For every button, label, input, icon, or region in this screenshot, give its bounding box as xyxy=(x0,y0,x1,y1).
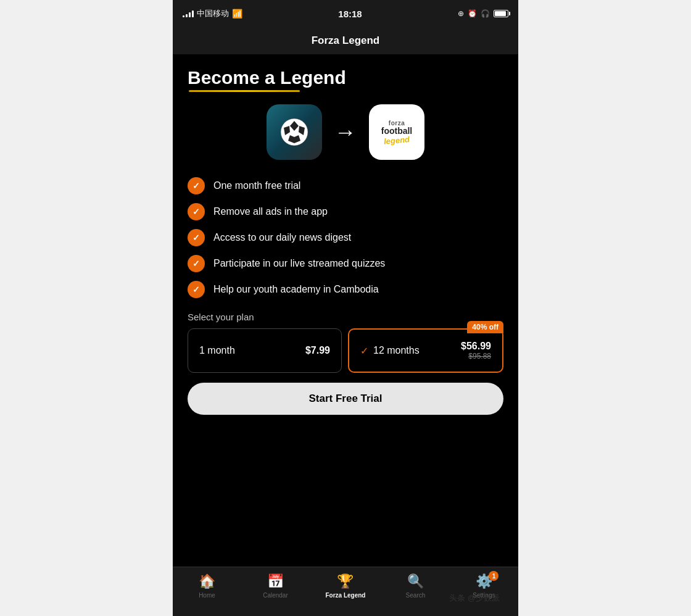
feature-text-2: Access to our daily news digest xyxy=(213,232,351,243)
headphone-icon: 🎧 xyxy=(481,9,490,18)
football-app-icon xyxy=(267,104,322,160)
check-circle-2: ✓ xyxy=(188,229,205,246)
nav-title: Forza Legend xyxy=(312,35,380,47)
carrier-name: 中国移动 xyxy=(197,8,229,19)
plan-annual-original-price: $95.88 xyxy=(468,352,491,360)
headline-underline xyxy=(189,90,300,92)
football-ball-svg xyxy=(276,114,313,151)
plan-card-monthly[interactable]: 1 month $7.99 xyxy=(188,328,342,373)
headline: Become a Legend xyxy=(188,67,503,89)
watermark: 头条 @少数派 xyxy=(449,593,500,604)
phone-frame: 中国移动 📶 18:18 ⊕ ⏰ 🎧 Forza Legend Become a… xyxy=(173,0,518,616)
calendar-icon: 📅 xyxy=(267,573,284,589)
features-list: ✓ One month free trial ✓ Remove all ads … xyxy=(188,177,503,298)
feature-text-0: One month free trial xyxy=(213,180,300,191)
feature-item-2: ✓ Access to our daily news digest xyxy=(188,229,503,246)
search-icon: 🔍 xyxy=(407,573,424,589)
check-circle-1: ✓ xyxy=(188,203,205,220)
feature-item-1: ✓ Remove all ads in the app xyxy=(188,203,503,220)
tab-calendar[interactable]: 📅 Calendar xyxy=(257,573,294,599)
main-content: Become a Legend → forza xyxy=(173,54,518,567)
tab-forza[interactable]: 🏆 Forza Legend xyxy=(325,573,365,599)
status-bar-right: ⊕ ⏰ 🎧 xyxy=(458,9,508,18)
tab-home-label: Home xyxy=(199,592,215,599)
tab-search-label: Search xyxy=(406,592,426,599)
app-icons-row: → forza football legend xyxy=(188,104,503,160)
plan-card-annual[interactable]: 40% off ✓ 12 months $56.99 $95.88 xyxy=(348,328,503,373)
wifi-icon: 📶 xyxy=(232,9,242,19)
plan-monthly-price: $7.99 xyxy=(305,345,330,356)
cta-area: Start Free Trial xyxy=(188,383,503,417)
feature-item-0: ✓ One month free trial xyxy=(188,177,503,194)
tab-bar: 🏠 Home 📅 Calendar 🏆 Forza Legend 🔍 Searc… xyxy=(173,567,518,616)
alarm-icon: ⏰ xyxy=(468,9,477,18)
home-icon: 🏠 xyxy=(199,573,215,589)
select-plan-label: Select your plan xyxy=(188,312,503,322)
plan-annual-price-group: $56.99 $95.88 xyxy=(461,341,491,360)
tab-calendar-label: Calendar xyxy=(263,592,288,599)
tab-search[interactable]: 🔍 Search xyxy=(397,573,434,599)
signal-icon xyxy=(183,10,194,17)
tab-home[interactable]: 🏠 Home xyxy=(188,573,225,599)
settings-badge: 1 xyxy=(489,571,499,581)
check-circle-0: ✓ xyxy=(188,177,205,194)
battery-icon xyxy=(494,10,508,17)
status-bar-left: 中国移动 📶 xyxy=(183,8,242,19)
discount-badge: 40% off xyxy=(467,321,503,333)
status-time: 18:18 xyxy=(338,9,362,19)
plan-check-icon: ✓ xyxy=(360,345,368,357)
plan-annual-label: 12 months xyxy=(373,345,420,356)
check-circle-4: ✓ xyxy=(188,281,205,298)
plan-monthly-label: 1 month xyxy=(199,345,235,356)
feature-item-3: ✓ Participate in our live streamed quizz… xyxy=(188,255,503,272)
feature-item-4: ✓ Help our youth academy in Cambodia xyxy=(188,281,503,298)
check-circle-3: ✓ xyxy=(188,255,205,272)
feature-text-4: Help our youth academy in Cambodia xyxy=(213,284,379,295)
trophy-icon: 🏆 xyxy=(337,573,354,589)
tab-forza-label: Forza Legend xyxy=(325,592,365,599)
navigation-bar: Forza Legend xyxy=(173,27,518,54)
cta-button[interactable]: Start Free Trial xyxy=(188,383,503,415)
plan-cards: 1 month $7.99 40% off ✓ 12 months $56.99… xyxy=(188,328,503,373)
plan-annual-price: $56.99 xyxy=(461,341,491,352)
status-bar: 中国移动 📶 18:18 ⊕ ⏰ 🎧 xyxy=(173,0,518,27)
screen-icon: ⊕ xyxy=(458,9,464,18)
forza-legend-icon: forza football legend xyxy=(369,104,424,160)
feature-text-3: Participate in our live streamed quizzes xyxy=(213,258,385,269)
arrow-icon: → xyxy=(334,119,357,145)
cta-button-text: Start Free Trial xyxy=(308,393,382,405)
feature-text-1: Remove all ads in the app xyxy=(213,206,328,217)
